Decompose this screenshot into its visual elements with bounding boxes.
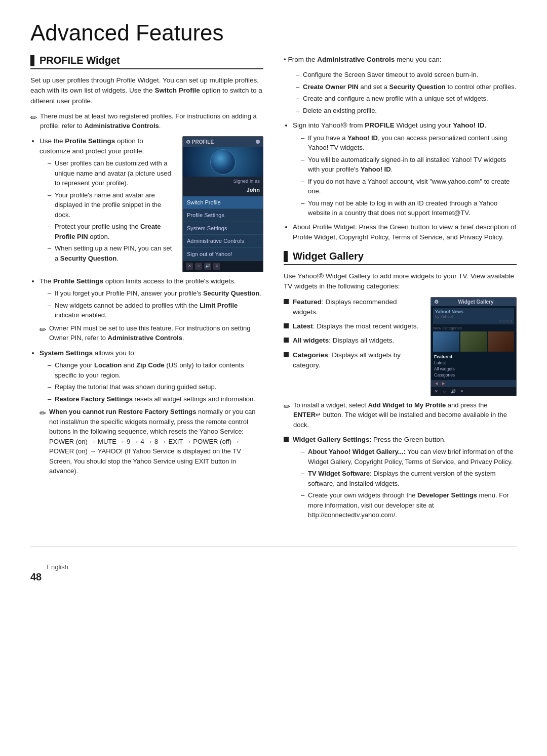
wg-news-by: by Yahoo! (435, 314, 512, 319)
wg-footer-tabs: ✕ ○ 🔊 ≡ (433, 389, 465, 394)
wg-categories-list: Featured: Displays recommended widgets. … (284, 297, 420, 371)
install-note-block: ✏ To install a widget, select Add Widget… (284, 400, 517, 430)
note1-text: There must be at least two registered pr… (40, 111, 263, 131)
profile-widget-img: ⚙ PROFILE Signed in as John Switch Profi… (182, 136, 263, 272)
bullet3-text: System Settings allows you to: (40, 349, 136, 357)
wg-settings-sub-list: About Yahoo! Widget Gallery...: You can … (301, 447, 517, 520)
note2-block: ✏ Owner PIN must be set to use this feat… (40, 323, 263, 343)
profile-main-list: Use the Profile Settings option to custo… (40, 136, 263, 476)
user-name: John (183, 186, 263, 196)
menu-profile-settings: Profile Settings (183, 209, 263, 222)
bullet2-text: The Profile Settings option limits acces… (40, 277, 236, 285)
widget-gallery-img: ⚙ Widget Gallery Yahoo! News by Yahoo! V… (431, 297, 517, 396)
profile-globe-area (183, 147, 263, 177)
wg-cat-categories-text: Categories: Displays all widgets by cate… (293, 350, 420, 371)
yahoo-sub-list: If you have a Yahoo! ID, you can access … (301, 133, 517, 218)
wg-developer-item: Create your own widgets through the Deve… (301, 490, 517, 520)
wg-news-bar: Yahoo! News by Yahoo! V 2.5.0 (433, 308, 514, 324)
menu-admin-controls: Administrative Controls (183, 235, 263, 248)
wg-nav-label: New Categories (433, 326, 514, 330)
wg-intro: Use Yahoo!® Widget Gallery to add more w… (284, 271, 517, 292)
wg-categories-text: Featured: Displays recommended widgets. … (284, 297, 420, 375)
widget-gallery-header: Widget Gallery (284, 250, 517, 265)
sub1-1: User profiles can be customized with a u… (48, 158, 174, 188)
sub3-1: Change your Location and Zip Code (US on… (48, 360, 263, 380)
menu-system-settings: System Settings (183, 222, 263, 235)
system-settings-sub-list: Change your Location and Zip Code (US on… (48, 360, 263, 404)
wg-cat-featured-text: Featured: Displays recommended widgets. (293, 297, 420, 318)
admin-sub2: Create Owner PIN and set a Security Ques… (296, 82, 517, 92)
install-note-icon: ✏ (284, 401, 290, 413)
footer-btn-menu: ≡ (213, 263, 220, 270)
profile-intro: Set up user profiles through Profile Wid… (30, 75, 263, 106)
wg-nav-strip: ◀ ▶ (431, 380, 516, 387)
admin-sub-list: Configure the Screen Saver timeout to av… (296, 70, 517, 115)
wg-cat-latest: Latest: Displays the most recent widgets… (284, 321, 420, 331)
wg-cat-row-featured: Featured (433, 354, 514, 360)
profile-widget-area: Use the Profile Settings option to custo… (40, 136, 263, 272)
sub2-1: If you forget your Profile PIN, answer y… (48, 288, 263, 299)
wg-footer-tab-vol: 🔊 (449, 389, 457, 394)
sq-bullet-latest (284, 323, 289, 328)
note3-block: ✏ When you cannot run Restore Factory Se… (40, 407, 263, 476)
footer-btn-vol: 🔊 (204, 263, 211, 270)
wg-section-bar (284, 251, 288, 262)
list-item-wg-settings: Widget Gallery Settings: Press the Green… (284, 435, 517, 522)
wg-cat-latest-text: Latest: Displays the most recent widgets… (293, 321, 418, 331)
profile-section-header: PROFILE Widget (30, 55, 263, 69)
profile-widget-text: Use the Profile Settings option to custo… (40, 136, 174, 266)
wg-footer-tab-x: ✕ (433, 389, 440, 394)
profile-sub-list: User profiles can be customized with a u… (48, 158, 174, 263)
yahoo-sub1: If you have a Yahoo! ID, you can access … (301, 133, 517, 153)
profile-dot (256, 140, 260, 144)
wg-about-item: About Yahoo! Widget Gallery...: You can … (301, 447, 517, 467)
sub2-2: New widgets cannot be added to profiles … (48, 301, 263, 320)
wg-image-strip (433, 331, 514, 352)
sq-bullet-featured (284, 299, 289, 304)
list-item-limits: The Profile Settings option limits acces… (40, 276, 263, 343)
wg-footer-tab-menu: ≡ (459, 389, 465, 394)
list-item-green-btn: About Profile Widget: Press the Green bu… (293, 222, 517, 243)
wg-cat-featured: Featured: Displays recommended widgets. (284, 297, 420, 318)
wg-header-icon: ⚙ (434, 299, 439, 305)
admin-sub4: Delete an existing profile. (296, 106, 517, 116)
menu-sign-out: Sign out of Yahoo! (183, 248, 263, 261)
right-column: • From the Administrative Controls menu … (284, 55, 517, 526)
profile-screen: ⚙ PROFILE Signed in as John Switch Profi… (182, 136, 263, 272)
wg-cat-all-text: All widgets: Displays all widgets. (293, 335, 394, 346)
yahoo-sub3: If you do not have a Yahoo! account, vis… (301, 177, 517, 196)
note3-text: When you cannot run Restore Factory Sett… (49, 407, 263, 476)
wg-nav-btn2: ▶ (440, 381, 446, 386)
wg-settings-text: Widget Gallery Settings: Press the Green… (293, 435, 517, 522)
menu-switch-profile: Switch Profile (183, 196, 263, 209)
footer-btn-x: ✕ (186, 263, 193, 270)
wg-cat-row-latest: Latest (433, 360, 514, 366)
page-title: Advanced Features (30, 20, 517, 46)
note-icon: ✏ (30, 112, 37, 124)
wg-cat-categories: Categories: Displays all widgets by cate… (284, 350, 420, 371)
signed-in-label: Signed in as (183, 177, 263, 186)
wg-cat-row-all: All widgets (433, 366, 514, 372)
profile-icon: ⚙ PROFILE (186, 138, 214, 146)
sq-bullet-all (284, 338, 289, 343)
note2-icon: ✏ (40, 324, 46, 336)
wg-header-title: Widget Gallery (458, 299, 494, 305)
list-item-yahoo: Sign into Yahoo!® from PROFILE Widget us… (293, 120, 517, 218)
widget-gallery-section: Widget Gallery Use Yahoo!® Widget Galler… (284, 250, 517, 522)
wg-screen-header: ⚙ Widget Gallery (431, 298, 516, 306)
wg-content: Yahoo! News by Yahoo! V 2.5.0 New Catego… (431, 306, 516, 380)
globe-shape (210, 149, 236, 175)
footer-btn-o: ○ (195, 263, 202, 270)
left-column: PROFILE Widget Set up user profiles thro… (30, 55, 263, 526)
admin-sub3: Create and configure a new profile with … (296, 94, 517, 104)
wg-img1 (433, 331, 459, 352)
page-number: 48 (30, 571, 42, 583)
sub1-4: When setting up a new PIN, you can set a… (48, 243, 174, 263)
profile-note1: ✏ There must be at least two registered … (30, 111, 263, 131)
wg-cat-row-categories: Categories (433, 372, 514, 378)
admin-sub1: Configure the Screen Saver timeout to av… (296, 70, 517, 80)
sq-bullet-categories (284, 352, 289, 357)
install-note-text: To install a widget, select Add Widget t… (293, 400, 517, 430)
sub3-3: Restore Factory Settings resets all widg… (48, 394, 263, 404)
widget-gallery-heading: Widget Gallery (293, 250, 364, 262)
